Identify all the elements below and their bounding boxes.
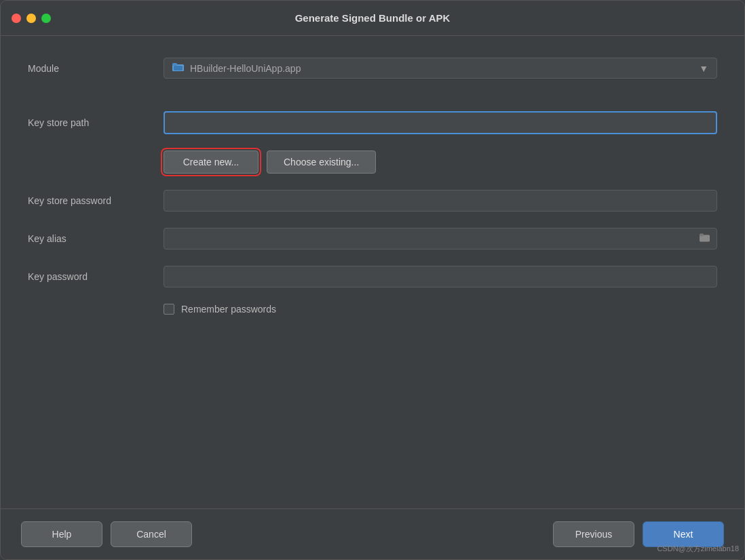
remember-passwords-label: Remember passwords (181, 304, 276, 315)
keystore-password-label: Key store password (28, 195, 164, 206)
content-area: Module HBuilder-HelloUniApp.app (1, 36, 744, 508)
window-controls (12, 14, 51, 23)
keystore-password-input[interactable] (164, 190, 717, 212)
module-value: HBuilder-HelloUniApp.app (190, 63, 301, 74)
keystore-action-buttons: Create new... Choose existing... (164, 151, 717, 174)
alias-folder-icon (700, 233, 710, 245)
key-password-label: Key password (28, 271, 164, 282)
dropdown-arrow-icon: ▼ (699, 63, 708, 74)
module-row: Module HBuilder-HelloUniApp.app (28, 58, 717, 79)
module-label: Module (28, 63, 164, 74)
module-dropdown-left: HBuilder-HelloUniApp.app (172, 62, 301, 74)
maximize-button[interactable] (41, 14, 51, 23)
svg-rect-2 (174, 66, 183, 71)
svg-rect-4 (700, 234, 704, 237)
dialog: Generate Signed Bundle or APK Module (0, 0, 745, 560)
key-alias-input[interactable] (164, 228, 717, 249)
dialog-title: Generate Signed Bundle or APK (295, 12, 451, 24)
remember-passwords-checkbox[interactable] (164, 304, 174, 315)
key-alias-wrap (164, 228, 717, 249)
cancel-button[interactable]: Cancel (111, 521, 192, 547)
minimize-button[interactable] (26, 14, 36, 23)
watermark: CSDN@次方zimelabn18 (657, 544, 739, 554)
module-icon (172, 62, 185, 74)
close-button[interactable] (12, 14, 21, 23)
remember-row: Remember passwords (164, 304, 717, 315)
footer-left: Help Cancel (21, 521, 553, 547)
key-password-input[interactable] (164, 266, 717, 287)
choose-existing-button[interactable]: Choose existing... (267, 151, 376, 174)
key-password-wrap (164, 266, 717, 287)
keystore-path-row: Key store path (28, 111, 717, 134)
title-bar: Generate Signed Bundle or APK (1, 1, 744, 36)
module-dropdown[interactable]: HBuilder-HelloUniApp.app ▼ (164, 58, 717, 79)
keystore-password-wrap (164, 190, 717, 212)
key-alias-row: Key alias (28, 228, 717, 249)
keystore-path-wrap (164, 111, 717, 134)
footer: Help Cancel Previous Next (1, 508, 744, 559)
previous-button[interactable]: Previous (553, 521, 634, 547)
svg-rect-1 (172, 63, 177, 66)
key-alias-label: Key alias (28, 233, 164, 244)
create-new-button[interactable]: Create new... (164, 151, 259, 174)
module-dropdown-wrap: HBuilder-HelloUniApp.app ▼ (164, 58, 717, 79)
keystore-path-input[interactable] (164, 111, 717, 134)
help-button[interactable]: Help (21, 521, 102, 547)
key-password-row: Key password (28, 266, 717, 287)
keystore-password-row: Key store password (28, 190, 717, 212)
keystore-path-label: Key store path (28, 117, 164, 128)
spacer-1 (28, 95, 717, 111)
